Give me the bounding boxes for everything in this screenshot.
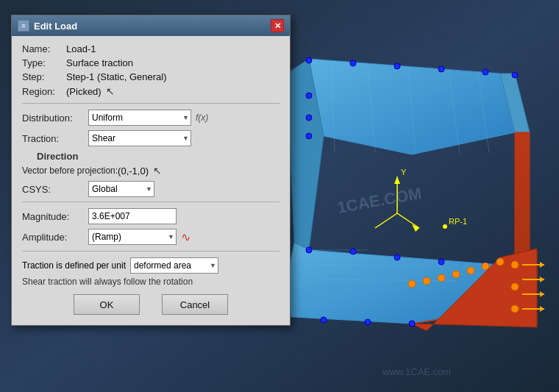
svg-point-22 xyxy=(306,93,312,99)
csys-row: CSYS: Global Local xyxy=(22,181,280,197)
distribution-label: Distribution: xyxy=(22,113,88,124)
region-row: Region: (Picked) ↖ xyxy=(22,85,280,97)
vector-pick-icon[interactable]: ↖ xyxy=(153,165,162,177)
type-row: Type: Surface traction xyxy=(22,57,280,68)
edit-load-dialog: ≡ Edit Load ✕ Name: Load-1 Type: Surface… xyxy=(11,15,291,326)
traction-unit-select[interactable]: deformed area undeformed area xyxy=(130,257,218,274)
svg-point-34 xyxy=(511,261,519,268)
svg-text:Y: Y xyxy=(401,168,407,177)
svg-point-42 xyxy=(423,277,430,285)
distribution-row: Distribution: Uniform f(x) xyxy=(22,110,280,126)
shear-note: Shear traction will always follow the ro… xyxy=(22,277,280,287)
svg-point-41 xyxy=(438,274,445,282)
amplitude-select-wrapper: (Ramp) (Instantaneous) xyxy=(88,229,177,245)
svg-point-18 xyxy=(394,63,400,69)
svg-point-25 xyxy=(306,247,312,253)
traction-label: Traction: xyxy=(22,133,88,144)
svg-point-26 xyxy=(350,249,356,254)
ok-button[interactable]: OK xyxy=(74,294,140,315)
separator-1 xyxy=(22,103,280,104)
separator-2 xyxy=(22,202,280,202)
distribution-select[interactable]: Uniform xyxy=(88,110,191,126)
title-icon: ≡ xyxy=(18,20,29,32)
svg-point-28 xyxy=(438,259,444,265)
svg-point-35 xyxy=(511,283,519,291)
svg-point-20 xyxy=(483,69,488,75)
step-value: Step-1 (Static, General) xyxy=(66,71,167,82)
svg-point-59 xyxy=(443,224,447,229)
vector-label: Vector before projection: xyxy=(22,165,118,176)
svg-point-36 xyxy=(511,305,519,313)
svg-point-16 xyxy=(306,57,312,63)
svg-point-19 xyxy=(438,66,444,72)
csys-label: CSYS: xyxy=(22,184,88,195)
traction-select[interactable]: Shear General Normal xyxy=(88,130,191,146)
dialog-body: Name: Load-1 Type: Surface traction Step… xyxy=(12,36,290,325)
region-pick-icon[interactable]: ↖ xyxy=(106,85,115,97)
direction-label: Direction xyxy=(37,151,280,162)
svg-point-27 xyxy=(394,254,400,260)
svg-point-21 xyxy=(512,72,518,78)
svg-point-31 xyxy=(365,319,371,325)
magnitude-input[interactable] xyxy=(88,208,177,224)
svg-point-37 xyxy=(496,258,504,266)
svg-text:RP-1: RP-1 xyxy=(449,217,467,226)
dialog-title: Edit Load xyxy=(34,21,77,32)
traction-select-wrapper: Shear General Normal xyxy=(88,130,191,146)
svg-point-24 xyxy=(306,133,312,139)
button-row: OK Cancel xyxy=(22,294,280,318)
region-value: (Picked) xyxy=(66,86,102,97)
vector-value: (0,-1,0) xyxy=(118,165,149,177)
svg-point-30 xyxy=(409,321,415,327)
svg-point-23 xyxy=(306,115,312,121)
titlebar-left: ≡ Edit Load xyxy=(18,20,77,32)
traction-unit-label: Traction is defined per unit xyxy=(22,260,126,271)
vector-row: Vector before projection: (0,-1,0) ↖ xyxy=(22,165,280,177)
svg-point-43 xyxy=(408,280,416,288)
csys-select[interactable]: Global Local xyxy=(88,181,154,197)
svg-point-17 xyxy=(350,60,356,66)
traction-row: Traction: Shear General Normal xyxy=(22,130,280,146)
amplitude-row: Amplitude: (Ramp) (Instantaneous) ∿ xyxy=(22,229,280,245)
close-button[interactable]: ✕ xyxy=(271,19,284,32)
separator-3 xyxy=(22,251,280,252)
amplitude-label: Amplitude: xyxy=(22,232,88,243)
amplitude-select[interactable]: (Ramp) (Instantaneous) xyxy=(88,229,177,245)
traction-unit-select-wrapper: deformed area undeformed area xyxy=(130,257,218,274)
magnitude-row: Magnitude: xyxy=(22,208,280,224)
traction-unit-row: Traction is defined per unit deformed ar… xyxy=(22,257,280,274)
svg-point-40 xyxy=(452,271,460,278)
magnitude-label: Magnitude: xyxy=(22,211,88,222)
cancel-button[interactable]: Cancel xyxy=(162,294,228,315)
dialog-titlebar: ≡ Edit Load ✕ xyxy=(12,15,290,36)
svg-text:www.1CAE.com: www.1CAE.com xyxy=(382,366,451,377)
svg-point-38 xyxy=(482,263,489,270)
csys-select-wrapper: Global Local xyxy=(88,181,154,197)
name-row: Name: Load-1 xyxy=(22,43,280,54)
type-label: Type: xyxy=(22,57,66,68)
step-label: Step: xyxy=(22,71,66,82)
name-label: Name: xyxy=(22,43,66,54)
region-label: Region: xyxy=(22,86,66,97)
svg-point-39 xyxy=(467,267,474,274)
type-value: Surface traction xyxy=(66,57,133,68)
name-value: Load-1 xyxy=(66,43,96,54)
svg-point-32 xyxy=(321,317,327,323)
fx-label: f(x) xyxy=(196,113,208,123)
ramp-icon: ∿ xyxy=(181,230,191,244)
step-row: Step: Step-1 (Static, General) xyxy=(22,71,280,82)
distribution-select-wrapper: Uniform xyxy=(88,110,191,126)
